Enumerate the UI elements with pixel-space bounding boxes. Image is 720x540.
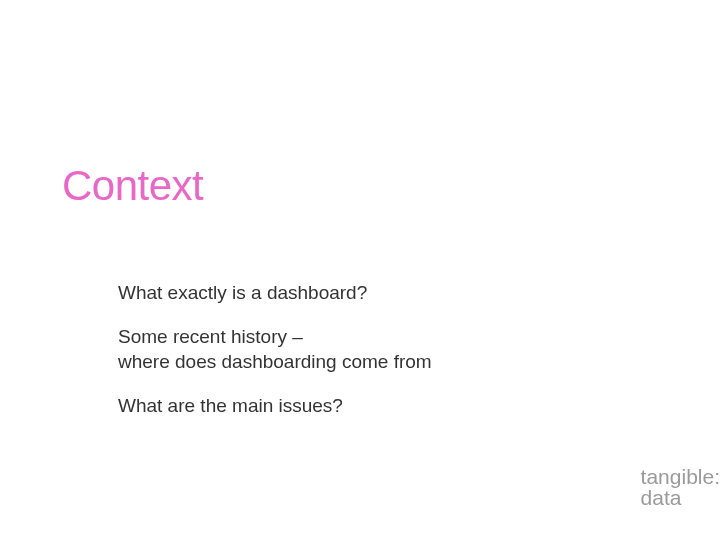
slide: Context What exactly is a dashboard? Som…: [0, 0, 720, 540]
bullet-item: What exactly is a dashboard?: [118, 280, 618, 306]
slide-content: What exactly is a dashboard? Some recent…: [118, 280, 618, 437]
bullet-item: What are the main issues?: [118, 393, 618, 419]
logo-line-2: data: [641, 487, 720, 508]
slide-title: Context: [62, 162, 203, 210]
brand-logo: tangible: data: [641, 466, 720, 508]
logo-line-1: tangible:: [641, 466, 720, 487]
bullet-item: Some recent history –where does dashboar…: [118, 324, 618, 375]
